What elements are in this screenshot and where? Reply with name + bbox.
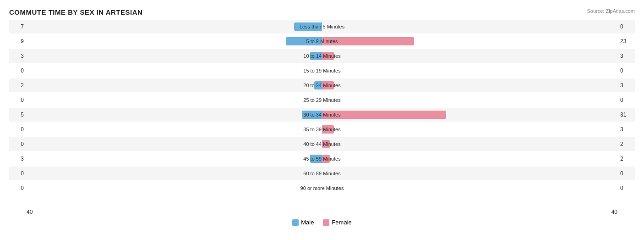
male-bar [286, 37, 322, 45]
left-value: 9 [9, 38, 27, 45]
bars-wrapper: Less than 5 Minutes [27, 20, 617, 33]
right-value: 0 [617, 170, 635, 177]
chart-container: COMMUTE TIME BY SEX IN ARTESIAN Source: … [0, 0, 644, 240]
chart-row: 7 Less than 5 Minutes 0 [9, 20, 635, 33]
male-bar-container [27, 95, 322, 105]
chart-row: 3 10 to 14 Minutes 3 [9, 49, 635, 63]
male-bar-container [27, 168, 322, 179]
chart-row: 9 5 to 9 Minutes 23 [9, 34, 635, 48]
chart-row: 0 90 or more Minutes 0 [9, 181, 635, 195]
left-value: 2 [9, 82, 27, 89]
left-value: 0 [9, 141, 27, 147]
female-bar [322, 155, 330, 163]
legend-male: Male [292, 219, 314, 226]
female-bar [322, 125, 334, 134]
female-bar-container [322, 139, 617, 149]
right-value: 0 [617, 185, 635, 191]
right-value: 3 [617, 126, 635, 133]
bars-wrapper: 90 or more Minutes [27, 181, 617, 195]
chart-row: 0 35 to 39 Minutes 3 [9, 123, 635, 136]
right-value: 2 [617, 156, 635, 162]
axis-values: 40 40 [9, 208, 635, 216]
female-bar [322, 111, 446, 119]
bars-wrapper: 35 to 39 Minutes [27, 123, 617, 136]
male-bar [310, 52, 322, 60]
chart-row: 3 45 to 59 Minutes 2 [9, 152, 635, 166]
female-bar [322, 37, 414, 45]
left-value: 0 [9, 170, 27, 177]
right-value: 0 [617, 67, 635, 74]
left-value: 3 [9, 156, 27, 162]
male-bar-container [27, 139, 322, 149]
chart-row: 5 30 to 34 Minutes 31 [9, 108, 635, 122]
left-value: 3 [9, 53, 27, 59]
bars-wrapper: 15 to 19 Minutes [27, 64, 617, 78]
chart-area: 7 Less than 5 Minutes 0 9 5 to 9 Minutes [9, 20, 635, 208]
male-bar-container [27, 154, 322, 164]
legend-female-label: Female [332, 219, 351, 226]
chart-row: 0 15 to 19 Minutes 0 [9, 64, 635, 78]
bars-wrapper: 45 to 59 Minutes [27, 152, 617, 166]
legend-female-box [323, 219, 329, 226]
male-bar-container [27, 124, 322, 134]
male-bar-container [27, 183, 322, 193]
chart-row: 2 20 to 24 Minutes 3 [9, 78, 635, 92]
chart-row: 0 25 to 29 Minutes 0 [9, 93, 635, 107]
male-bar [294, 22, 322, 31]
source-label: Source: ZipAtlas.com [587, 8, 635, 14]
female-bar-container [322, 154, 617, 164]
male-bar-container [27, 110, 322, 120]
left-value: 0 [9, 67, 27, 74]
female-bar-container [322, 51, 617, 61]
left-value: 5 [9, 112, 27, 118]
female-bar [322, 52, 334, 60]
male-bar [310, 155, 322, 163]
female-bar-container [322, 168, 617, 179]
male-bar [314, 81, 322, 89]
female-bar-container [322, 95, 617, 105]
axis-left: 40 [27, 209, 33, 215]
left-value: 7 [9, 23, 27, 30]
legend-female: Female [323, 219, 351, 226]
bars-wrapper: 30 to 34 Minutes [27, 108, 617, 122]
right-value: 31 [617, 112, 635, 118]
bars-wrapper: 10 to 14 Minutes [27, 49, 617, 63]
bars-wrapper: 60 to 89 Minutes [27, 167, 617, 180]
legend-male-box [292, 219, 299, 226]
left-value: 0 [9, 97, 27, 103]
bars-wrapper: 20 to 24 Minutes [27, 78, 617, 92]
right-value: 3 [617, 82, 635, 89]
bars-wrapper: 5 to 9 Minutes [27, 34, 617, 48]
legend-male-label: Male [301, 219, 314, 226]
legend: Male Female [9, 219, 635, 226]
right-value: 23 [617, 38, 635, 45]
male-bar-container [27, 66, 322, 76]
bars-wrapper: 40 to 44 Minutes [27, 137, 617, 151]
female-bar-container [322, 183, 617, 193]
bars-wrapper: 25 to 29 Minutes [27, 93, 617, 107]
right-value: 0 [617, 97, 635, 103]
female-bar [322, 140, 330, 148]
left-value: 0 [9, 185, 27, 191]
right-value: 2 [617, 141, 635, 147]
female-bar-container [322, 22, 617, 32]
female-bar-container [322, 110, 617, 120]
male-bar-container [27, 22, 322, 32]
right-value: 0 [617, 23, 635, 30]
male-bar-container [27, 80, 322, 90]
female-bar-container [322, 124, 617, 134]
male-bar-container [27, 51, 322, 61]
chart-row: 0 40 to 44 Minutes 2 [9, 137, 635, 151]
chart-title: COMMUTE TIME BY SEX IN ARTESIAN [9, 8, 635, 16]
left-value: 0 [9, 126, 27, 133]
female-bar-container [322, 66, 617, 76]
male-bar-container [27, 36, 322, 46]
female-bar-container [322, 36, 617, 46]
male-bar [302, 111, 322, 119]
female-bar [322, 81, 334, 89]
chart-row: 0 60 to 89 Minutes 0 [9, 167, 635, 180]
axis-right: 40 [611, 209, 617, 215]
right-value: 3 [617, 53, 635, 59]
female-bar-container [322, 80, 617, 90]
